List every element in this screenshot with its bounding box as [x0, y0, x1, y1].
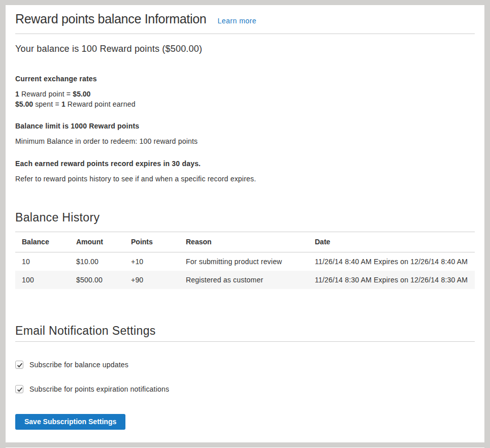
expiration-heading: Each earned reward points record expires… [15, 158, 475, 169]
cell-balance: 10 [15, 252, 70, 271]
header-divider [15, 34, 475, 34]
balance-summary: Your balance is 100 Reward points ($500.… [15, 43, 475, 55]
cell-points: +90 [124, 271, 179, 289]
points-expiration-checkbox[interactable] [15, 385, 23, 393]
balance-updates-option: Subscribe for balance updates [15, 360, 475, 370]
cell-date: 11/26/14 8:40 AM Expires on 12/26/14 8:4… [308, 252, 475, 271]
rate-to-points-line: $5.00 spent = 1 Reward point earned [15, 100, 136, 108]
page-header: Reward points balance InformationLearn m… [15, 5, 475, 27]
balance-limit-heading: Balance limit is 1000 Reward points [15, 121, 475, 131]
exchange-rates-heading: Current exchange rates [15, 74, 475, 84]
points-expiration-label[interactable]: Subscribe for points expiration notifica… [29, 384, 169, 394]
balance-updates-checkbox[interactable] [15, 361, 23, 369]
column-header-points: Points [124, 232, 179, 252]
exchange-rates-lines: 1 Reward point = $5.00 $5.00 spent = 1 R… [15, 89, 475, 109]
column-header-date: Date [308, 232, 475, 252]
reward-points-panel: Reward points balance InformationLearn m… [6, 5, 484, 442]
email-notification-title: Email Notification Settings [15, 324, 475, 338]
checkmark-icon [16, 386, 23, 393]
minimum-balance-note: Minimum Balance in order to redeem: 100 … [15, 136, 475, 146]
column-header-balance: Balance [15, 232, 70, 252]
cell-amount: $10.00 [70, 252, 124, 271]
table-row: 100 $500.00 +90 Registered as customer 1… [15, 271, 475, 289]
expiration-note: Refer to reward points history to see if… [15, 174, 475, 184]
rate-to-currency-line: 1 Reward point = $5.00 [15, 90, 90, 98]
cell-reason: For submitting product review [179, 252, 308, 271]
cell-balance: 100 [15, 271, 70, 289]
balance-history-table: Balance Amount Points Reason Date 10 $10… [15, 232, 475, 289]
balance-updates-label[interactable]: Subscribe for balance updates [29, 360, 128, 370]
checkmark-icon [16, 362, 23, 369]
balance-history-title: Balance History [15, 210, 475, 225]
learn-more-link[interactable]: Learn more [217, 17, 256, 25]
cell-amount: $500.00 [70, 271, 124, 289]
cell-date: 11/26/14 8:30 AM Expires on 12/26/14 8:3… [308, 271, 475, 289]
points-expiration-option: Subscribe for points expiration notifica… [15, 384, 475, 394]
cell-points: +10 [124, 252, 179, 271]
table-header-row: Balance Amount Points Reason Date [15, 232, 475, 252]
page-title: Reward points balance Information [15, 11, 206, 27]
save-subscription-button[interactable]: Save Subscription Settings [15, 414, 125, 430]
column-header-reason: Reason [179, 232, 308, 252]
cell-reason: Registered as customer [179, 271, 308, 289]
column-header-amount: Amount [70, 232, 124, 252]
table-row: 10 $10.00 +10 For submitting product rev… [15, 252, 475, 271]
notification-divider [15, 341, 475, 342]
